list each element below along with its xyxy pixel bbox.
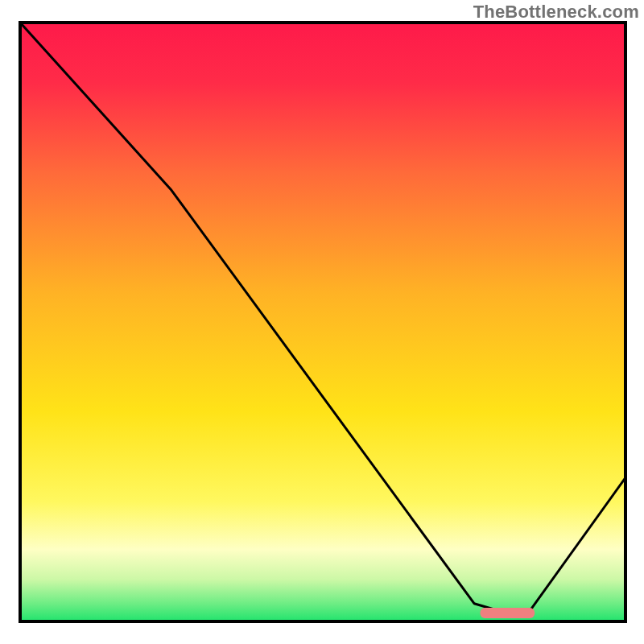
plot-area: [20, 23, 625, 621]
bottleneck-chart: [0, 0, 644, 644]
chart-container: TheBottleneck.com: [0, 0, 644, 644]
optimal-marker: [481, 608, 535, 618]
gradient-background: [20, 23, 625, 621]
